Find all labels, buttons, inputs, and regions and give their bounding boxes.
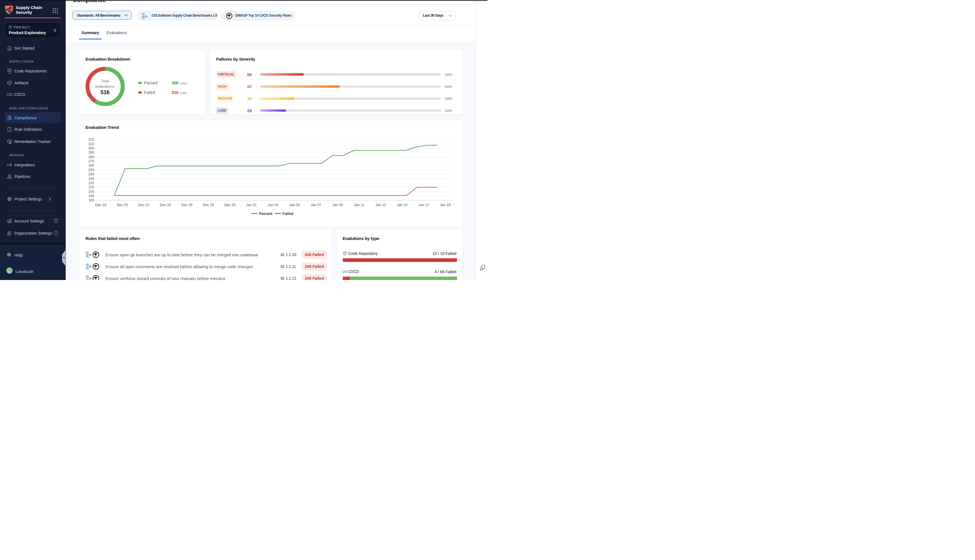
svg-text:Dec 30: Dec 30 <box>224 203 235 207</box>
svg-text:Passed: Passed <box>259 212 272 216</box>
svg-text:Jan 17: Jan 17 <box>418 203 429 207</box>
svg-text:220: 220 <box>88 181 94 185</box>
svg-text:Jan 11: Jan 11 <box>354 203 364 207</box>
svg-text:300: 300 <box>88 146 94 150</box>
svg-text:260: 260 <box>88 163 94 167</box>
svg-text:Jan 05: Jan 05 <box>289 203 300 207</box>
svg-text:Jan 13: Jan 13 <box>375 203 386 207</box>
svg-text:Dec 26: Dec 26 <box>181 203 192 207</box>
svg-text:Dec 22: Dec 22 <box>138 203 150 207</box>
svg-text:Jan 09: Jan 09 <box>332 203 343 207</box>
svg-text:250: 250 <box>88 168 94 172</box>
svg-text:230: 230 <box>88 177 94 180</box>
svg-text:Jan 07: Jan 07 <box>311 203 321 207</box>
svg-text:Jan 19: Jan 19 <box>440 203 451 207</box>
svg-text:270: 270 <box>88 159 94 163</box>
svg-text:Jan 03: Jan 03 <box>268 203 279 207</box>
svg-text:Dec 24: Dec 24 <box>160 203 171 207</box>
svg-text:Dec 28: Dec 28 <box>203 203 214 207</box>
svg-text:240: 240 <box>88 172 94 176</box>
svg-text:320: 320 <box>88 138 94 142</box>
svg-text:190: 190 <box>88 194 94 198</box>
svg-text:Failed: Failed <box>282 212 294 216</box>
svg-text:Dec 20: Dec 20 <box>117 203 128 207</box>
svg-text:180: 180 <box>88 198 94 202</box>
svg-text:Jan 01: Jan 01 <box>246 203 257 207</box>
svg-text:290: 290 <box>88 150 94 155</box>
svg-text:210: 210 <box>88 185 94 189</box>
svg-text:280: 280 <box>88 155 94 159</box>
svg-text:?: ? <box>8 253 10 255</box>
svg-text:Jan 15: Jan 15 <box>397 203 407 207</box>
svg-text:200: 200 <box>88 190 94 193</box>
svg-text:310: 310 <box>88 142 94 146</box>
svg-text:Dec 18: Dec 18 <box>95 203 106 207</box>
